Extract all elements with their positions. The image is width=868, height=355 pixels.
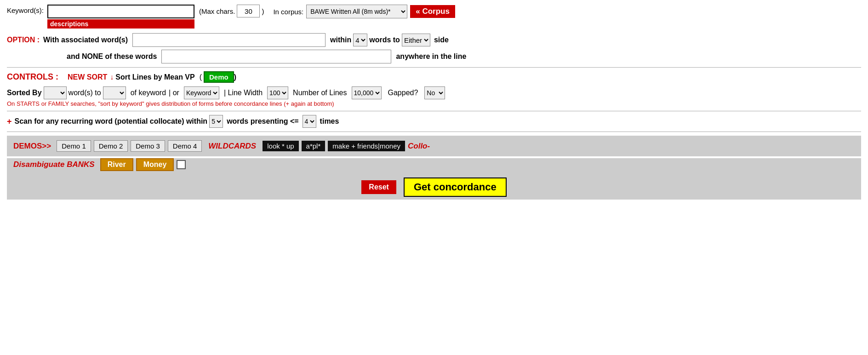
descriptions-tag: descriptions	[47, 19, 194, 29]
word-to-label: word(s) to	[69, 89, 101, 97]
within-select[interactable]: 412356	[353, 34, 367, 46]
either-select[interactable]: EitherLeftRight	[402, 34, 430, 46]
scan-plus[interactable]: +	[7, 117, 12, 126]
scan-text-middle: words presenting <=	[227, 117, 298, 126]
get-concordance-button[interactable]: Get concordance	[404, 178, 507, 197]
scan-within-select[interactable]: 51234	[209, 115, 223, 128]
wildcards-label: WILDCARDS	[208, 142, 256, 151]
disambiguate-checkbox[interactable]	[177, 160, 186, 169]
paren-close: )	[234, 73, 236, 81]
new-sort-label: NEW SORT	[68, 73, 107, 81]
demos-label: DEMOS>>	[13, 142, 51, 151]
option-label: OPTION :	[7, 36, 40, 44]
num-lines-select[interactable]: 10,0001,0005,00020,000	[352, 86, 382, 99]
none-label: and NONE of these words	[67, 52, 157, 61]
words-to-label: words to	[369, 36, 400, 44]
none-words-input[interactable]	[161, 50, 391, 63]
money-button[interactable]: Money	[136, 158, 174, 171]
of-keyword-label: of keyword	[131, 89, 166, 97]
river-button[interactable]: River	[100, 158, 133, 171]
demo3-button[interactable]: Demo 3	[131, 140, 165, 152]
with-associated-label: With associated word(s)	[43, 36, 128, 44]
side-label: side	[434, 36, 449, 44]
demo-green-button[interactable]: Demo	[204, 71, 234, 83]
anywhere-label: anywhere in the line	[396, 52, 466, 61]
line-width-select[interactable]: 1008012060	[267, 86, 288, 99]
paren-open: (	[200, 73, 202, 81]
in-corpus-label: In corpus:	[273, 8, 303, 16]
gapped-label: Gapped?	[388, 89, 418, 97]
controls-label: CONTROLS :	[7, 72, 58, 82]
sort-desc: Sort Lines by Mean VP	[115, 73, 194, 81]
demo4-button[interactable]: Demo 4	[168, 140, 202, 152]
disambiguate-text: Disambiguate BANKS	[13, 160, 95, 169]
sort-arrow: ↓	[110, 73, 114, 81]
max-chars-label: (Max chars.	[199, 7, 235, 15]
num-lines-label: Number of Lines	[293, 89, 347, 97]
controls-warning: On STARTS or FAMILY searches, "sort by k…	[7, 100, 861, 107]
collo-text: Collo-	[408, 142, 430, 151]
max-chars-input[interactable]	[237, 5, 260, 17]
wildcard-make-button[interactable]: make + friends|money	[328, 141, 405, 151]
within-label: within	[330, 36, 351, 44]
demo1-button[interactable]: Demo 1	[57, 140, 91, 152]
keyword-label: Keyword(s):	[7, 6, 44, 14]
line-width-label: | Line Width	[224, 89, 263, 97]
sort-type-select[interactable]: KeywordLeftRight	[184, 86, 219, 99]
reset-button[interactable]: Reset	[361, 180, 396, 194]
scan-text-before: Scan for any recurring word (potential c…	[15, 117, 208, 126]
demo2-button[interactable]: Demo 2	[94, 140, 128, 152]
max-chars-close-paren: )	[262, 7, 264, 15]
scan-text-after: times	[320, 117, 339, 126]
wildcard-apl-button[interactable]: a*pl*	[302, 141, 326, 151]
keyword-input[interactable]	[47, 5, 194, 18]
or-pipe-label: | or	[169, 89, 179, 97]
scan-times-select[interactable]: 41235	[303, 115, 316, 128]
corpus-select[interactable]: BAWE Written All (8m wds)*	[306, 5, 407, 18]
associated-words-input[interactable]	[132, 33, 326, 47]
sorted-left-select[interactable]: 1234	[44, 86, 67, 99]
gapped-select[interactable]: NoYes	[424, 86, 445, 99]
corpus-button[interactable]: « Corpus	[410, 5, 455, 18]
sorted-right-select[interactable]: 1234	[103, 86, 126, 99]
wildcard-lookup-button[interactable]: look * up	[263, 141, 298, 151]
sorted-by-label: Sorted By	[7, 89, 42, 97]
